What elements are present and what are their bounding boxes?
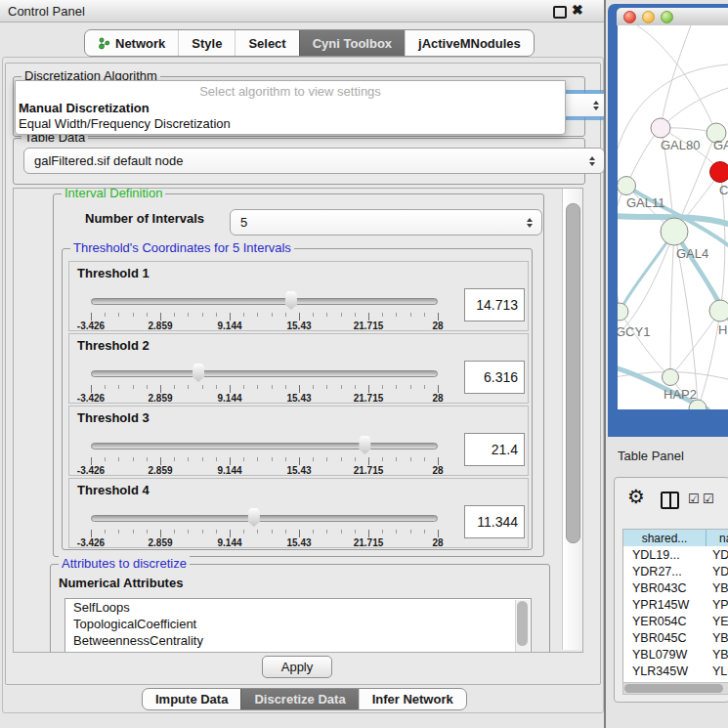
threshold-4-label: Threshold 4 (77, 483, 150, 497)
scrollbar-thumb[interactable] (517, 601, 528, 646)
group-interval-definition: Interval Definition Number of Intervals … (53, 193, 544, 557)
tick-label: -3.426 (77, 465, 105, 476)
combo-arrows-icon (593, 101, 599, 110)
threshold-1-label: Threshold 1 (77, 266, 150, 280)
tab-jactivemnodules[interactable]: jActiveMNodules (405, 30, 534, 56)
tick-label: 2.859 (148, 465, 172, 476)
zoom-traffic-light-icon[interactable] (661, 11, 673, 23)
tick-label: 21.715 (354, 321, 384, 331)
close-icon[interactable]: ✖ (572, 2, 583, 18)
node-red-selected[interactable] (710, 162, 728, 183)
tick-label: 28 (432, 537, 443, 548)
dropdown-option-equal-width[interactable]: Equal Width/Frequency Discretization (16, 116, 565, 132)
column-header-shared-name[interactable]: shared... (623, 530, 707, 546)
tick-label: -3.426 (77, 537, 105, 548)
threshold-1-slider[interactable] (91, 291, 438, 311)
threshold-1-value-field[interactable]: 14.713 (464, 288, 525, 321)
node-label-gal11: GAL11 (626, 195, 665, 210)
tab-network[interactable]: Network (85, 30, 178, 56)
network-view-window: GAL80 GA C GAL11 GAL4 GCY1 H HAP2 (608, 4, 728, 437)
slider-ticks (91, 457, 439, 465)
tab-select[interactable]: Select (235, 30, 298, 56)
settings-scroll-panel: Interval Definition Number of Intervals … (13, 188, 583, 653)
tick-label: 2.859 (148, 321, 172, 331)
node-partial-right[interactable] (709, 300, 728, 321)
float-window-icon[interactable] (553, 6, 567, 19)
gear-icon[interactable]: ⚙ (627, 487, 645, 506)
scrollbar-thumb[interactable] (624, 684, 723, 693)
algorithm-dropdown-popup: Select algorithm to view settings Manual… (15, 80, 566, 135)
threshold-4-slider[interactable] (91, 508, 438, 528)
table-data-combobox[interactable]: galFiltered.sif default node (23, 148, 605, 174)
scrollbar-thumb[interactable] (566, 203, 580, 543)
combo-arrows-icon (527, 218, 533, 228)
table-row[interactable]: YER054CYER0 (623, 613, 728, 629)
slider-thumb[interactable] (358, 436, 372, 454)
node-gcy1[interactable] (618, 303, 628, 321)
threshold-3-slider[interactable] (91, 436, 438, 455)
close-traffic-light-icon[interactable] (623, 11, 636, 23)
tick-label: 28 (432, 465, 443, 476)
tick-label: 28 (432, 393, 443, 404)
tab-impute-data[interactable]: Impute Data (143, 689, 240, 709)
threshold-3-value-field[interactable]: 21.4 (464, 433, 525, 466)
checkbox-icon[interactable]: ☑ (688, 492, 700, 506)
list-item[interactable]: TopologicalCoefficient (65, 616, 531, 632)
table-body[interactable]: YDL19...YDL1 YDR27...YDR2 YBR043CYBR0 YP… (623, 546, 728, 682)
panel-scrollbar[interactable] (562, 189, 582, 650)
apply-button[interactable]: Apply (262, 656, 332, 678)
dropdown-option-manual[interactable]: Manual Discretization (16, 101, 565, 116)
split-columns-icon[interactable] (661, 492, 679, 509)
node-gal80[interactable] (651, 118, 670, 138)
tick-label: -3.426 (77, 393, 105, 404)
node-hap2[interactable] (663, 369, 679, 386)
table-panel: ⚙ ☑ ☑ shared... na YDL19...YDL1 YDR27...… (614, 477, 728, 703)
list-item[interactable]: BetweennessCentrality (65, 632, 531, 649)
list-scrollbar[interactable] (515, 600, 530, 653)
tab-infer-network[interactable]: Infer Network (359, 689, 466, 709)
table-row[interactable]: YLR345WYLR3 (623, 663, 728, 679)
slider-thumb[interactable] (246, 508, 261, 527)
threshold-2-value-field[interactable]: 6.316 (464, 361, 525, 394)
checkbox-icon[interactable]: ☑ (703, 492, 714, 506)
control-panel-titlebar: Control Panel (0, 0, 606, 22)
threshold-1-panel: Threshold 1 -3.426 2.859 9.144 15.43 21.… (68, 261, 529, 331)
list-item[interactable]: SelfLoops (65, 599, 531, 616)
tick-label: 15.43 (286, 465, 311, 476)
threshold-2-slider[interactable] (91, 364, 438, 383)
column-header-name[interactable]: na (707, 530, 728, 546)
table-row[interactable]: YPR145WYPR1 (623, 596, 728, 613)
table-row[interactable]: YDL19...YDL1 (623, 546, 728, 563)
slider-track (91, 515, 438, 522)
tab-style[interactable]: Style (178, 30, 235, 56)
table-data-value: galFiltered.sif default node (34, 153, 183, 168)
node-label-gcy1: GCY1 (618, 324, 650, 339)
node-gal11[interactable] (618, 177, 636, 195)
table-row[interactable]: YDR27...YDR2 (623, 563, 728, 579)
slider-ticks (91, 313, 439, 321)
slider-track (91, 443, 438, 450)
table-row[interactable]: YBR045CYBR0 (623, 629, 728, 646)
group-attributes-title: Attributes to discretize (59, 556, 190, 571)
tab-cyni-toolbox[interactable]: Cyni Toolbox (299, 30, 405, 56)
table-horizontal-scrollbar[interactable] (622, 682, 728, 695)
tick-label: 2.859 (148, 537, 172, 548)
number-of-intervals-combobox[interactable]: 5 (230, 209, 542, 236)
network-canvas[interactable]: GAL80 GA C GAL11 GAL4 GCY1 H HAP2 (618, 25, 728, 409)
threshold-4-value-field[interactable]: 11.344 (464, 505, 525, 538)
slider-thumb[interactable] (283, 291, 298, 310)
node-label-hap2: HAP2 (664, 387, 697, 402)
minimize-traffic-light-icon[interactable] (642, 11, 655, 23)
table-row[interactable]: YBL079WYBL0 (623, 646, 728, 663)
tab-discretize-data[interactable]: Discretize Data (240, 689, 358, 709)
slider-thumb[interactable] (192, 364, 206, 382)
tick-label: -3.426 (77, 321, 105, 331)
tick-label: 9.144 (217, 321, 241, 331)
dropdown-prompt-item[interactable]: Select algorithm to view settings (16, 81, 565, 101)
numerical-attributes-list[interactable]: SelfLoops TopologicalCoefficient Between… (64, 598, 532, 653)
threshold-4-panel: Threshold 4 -3.426 2.859 9.144 15.43 21.… (68, 478, 529, 548)
node-gal4[interactable] (661, 218, 688, 245)
node-label-partial: C (719, 183, 728, 197)
table-row[interactable]: YBR043CYBR0 (623, 579, 728, 596)
pane-divider[interactable] (604, 0, 606, 728)
